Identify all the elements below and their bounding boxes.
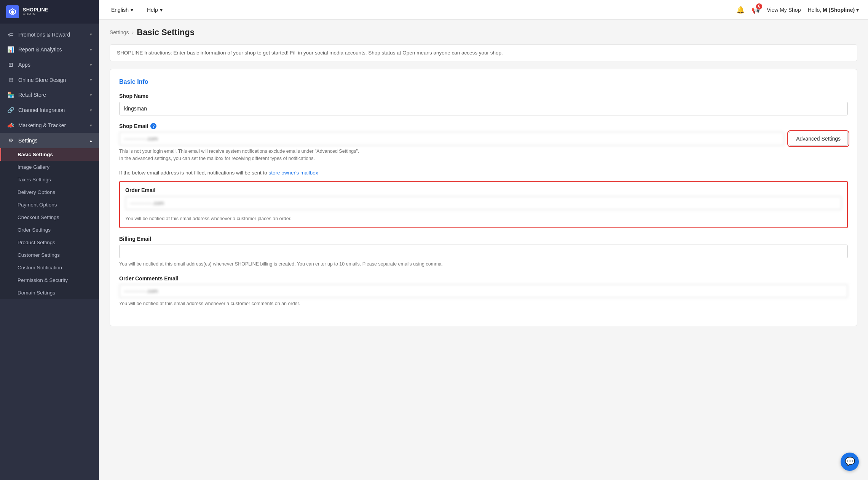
notification-section: If the below email address is not filled… xyxy=(119,170,848,307)
logo-name: SHOPLINE xyxy=(23,7,48,13)
billing-email-input[interactable] xyxy=(119,245,848,258)
sidebar-item-apps[interactable]: ⊞ Apps ▾ xyxy=(0,57,99,72)
order-email-input[interactable] xyxy=(125,196,842,210)
shop-email-row: Advanced Settings xyxy=(119,132,848,146)
sub-nav-checkout-settings[interactable]: Checkout Settings xyxy=(0,211,99,224)
sidebar-item-promotions[interactable]: 🏷 Promotions & Reward ▾ xyxy=(0,27,99,42)
sub-nav-label: Customer Settings xyxy=(18,252,60,258)
sidebar-item-label: Apps xyxy=(18,62,30,68)
sub-nav-label: Taxes Settings xyxy=(18,177,51,182)
sidebar-item-channel[interactable]: 🔗 Channel Integration ▾ xyxy=(0,102,99,118)
breadcrumb-separator: › xyxy=(132,29,134,35)
sidebar-item-online-store[interactable]: 🖥 Online Store Design ▾ xyxy=(0,72,99,87)
sub-nav-payment-options[interactable]: Payment Options xyxy=(0,198,99,211)
language-selector[interactable]: English ▾ xyxy=(108,5,136,15)
help-label: Help xyxy=(147,7,158,13)
order-comments-field-group: Order Comments Email You will be notifie… xyxy=(119,275,848,307)
sub-nav-basic-settings[interactable]: Basic Settings xyxy=(0,148,99,161)
sidebar-item-retail-store[interactable]: 🏪 Retail Store ▾ xyxy=(0,87,99,102)
sub-nav-delivery-options[interactable]: Delivery Options xyxy=(0,186,99,198)
megaphone-icon[interactable]: 📢 6 xyxy=(752,6,760,14)
sub-nav-label: Product Settings xyxy=(18,240,55,245)
language-chevron-icon: ▾ xyxy=(131,7,133,13)
shop-email-hint: This is not your login email. This email… xyxy=(119,148,848,162)
notif-hint: If the below email address is not filled… xyxy=(119,170,848,176)
info-banner: SHOPLINE Instructions: Enter basic infor… xyxy=(110,44,857,61)
sidebar-item-report[interactable]: 📊 Report & Analytics ▾ xyxy=(0,42,99,57)
breadcrumb-parent[interactable]: Settings xyxy=(110,29,129,35)
sidebar: SHOPLINE ADMIN 🏷 Promotions & Reward ▾ 📊… xyxy=(0,0,99,480)
chevron-down-icon: ▾ xyxy=(90,93,92,98)
user-menu[interactable]: Hello, M (Shopline) ▾ xyxy=(807,7,859,13)
chevron-down-icon: ▾ xyxy=(90,62,92,67)
sidebar-item-marketing[interactable]: 📣 Marketing & Tracker ▾ xyxy=(0,118,99,133)
chevron-down-icon: ▾ xyxy=(90,47,92,52)
shop-email-help-icon[interactable]: ? xyxy=(150,123,156,129)
sidebar-item-label: Settings xyxy=(18,138,38,144)
order-comments-hint: You will be notified at this email addre… xyxy=(119,300,848,307)
sub-nav-image-gallery[interactable]: Image Gallery xyxy=(0,161,99,173)
chevron-down-icon: ▾ xyxy=(90,108,92,113)
online-store-icon: 🖥 xyxy=(7,77,14,83)
topbar-right: 🔔 📢 6 View My Shop Hello, M (Shopline) ▾ xyxy=(736,6,859,14)
breadcrumb: Settings › Basic Settings xyxy=(110,27,857,37)
sub-nav-label: Order Settings xyxy=(18,227,51,233)
breadcrumb-current: Basic Settings xyxy=(137,27,195,37)
topbar-left: English ▾ Help ▾ xyxy=(108,5,166,15)
help-menu[interactable]: Help ▾ xyxy=(144,5,166,15)
sub-nav-product-settings[interactable]: Product Settings xyxy=(0,236,99,249)
shop-name-field-group: Shop Name xyxy=(119,93,848,115)
logo-icon xyxy=(6,5,19,18)
chevron-down-icon: ▾ xyxy=(90,32,92,37)
sidebar-nav: 🏷 Promotions & Reward ▾ 📊 Report & Analy… xyxy=(0,24,99,480)
marketing-icon: 📣 xyxy=(7,122,14,129)
sub-nav-order-settings[interactable]: Order Settings xyxy=(0,224,99,236)
info-banner-text: SHOPLINE Instructions: Enter basic infor… xyxy=(117,50,503,56)
svg-marker-1 xyxy=(11,10,14,14)
advanced-settings-button[interactable]: Advanced Settings xyxy=(789,132,848,146)
sub-nav-label: Permission & Security xyxy=(18,277,68,283)
sidebar-item-settings[interactable]: ⚙ Settings ▴ xyxy=(0,133,99,148)
order-email-label: Order Email xyxy=(125,187,842,193)
chat-button[interactable]: 💬 xyxy=(841,453,859,471)
report-icon: 📊 xyxy=(7,46,14,53)
order-comments-input[interactable] xyxy=(119,284,848,298)
sub-nav-taxes-settings[interactable]: Taxes Settings xyxy=(0,173,99,186)
retail-store-icon: 🏪 xyxy=(7,91,14,98)
view-shop-link[interactable]: View My Shop xyxy=(767,7,801,13)
sidebar-logo: SHOPLINE ADMIN xyxy=(0,0,99,24)
sub-nav-permission-security[interactable]: Permission & Security xyxy=(0,274,99,286)
notification-bell-icon[interactable]: 🔔 xyxy=(736,6,745,14)
logo-sub: ADMIN xyxy=(23,13,48,16)
settings-submenu: Basic Settings Image Gallery Taxes Setti… xyxy=(0,148,99,299)
chevron-up-icon: ▴ xyxy=(90,138,92,143)
sidebar-item-label: Marketing & Tracker xyxy=(18,122,66,128)
user-name: M (Shopline) xyxy=(823,7,855,13)
shop-name-input[interactable] xyxy=(119,102,848,115)
order-email-box: Order Email You will be notified at this… xyxy=(119,181,848,229)
promotions-icon: 🏷 xyxy=(7,31,14,38)
language-label: English xyxy=(111,7,129,13)
shop-email-field-group: Shop Email ? Advanced Settings This is n… xyxy=(119,123,848,162)
user-chevron-icon: ▾ xyxy=(856,7,859,13)
sub-nav-label: Image Gallery xyxy=(18,164,49,170)
sidebar-item-label: Channel Integration xyxy=(18,107,65,113)
settings-icon: ⚙ xyxy=(7,137,14,144)
sub-nav-label: Payment Options xyxy=(18,202,57,208)
section-title: Basic Info xyxy=(119,78,848,85)
sub-nav-customer-settings[interactable]: Customer Settings xyxy=(0,249,99,261)
sub-nav-label: Basic Settings xyxy=(18,152,53,157)
shop-name-label: Shop Name xyxy=(119,93,848,99)
help-chevron-icon: ▾ xyxy=(160,7,163,13)
sub-nav-label: Custom Notification xyxy=(18,265,62,270)
billing-email-field-group: Billing Email You will be notified at th… xyxy=(119,236,848,268)
shop-email-input[interactable] xyxy=(119,132,784,146)
sub-nav-custom-notification[interactable]: Custom Notification xyxy=(0,261,99,274)
hello-text: Hello, xyxy=(807,7,821,13)
main-wrapper: English ▾ Help ▾ 🔔 📢 6 View My Shop Hell… xyxy=(99,0,868,480)
content-area: Settings › Basic Settings SHOPLINE Instr… xyxy=(99,20,868,480)
sub-nav-label: Delivery Options xyxy=(18,189,55,195)
sub-nav-label: Domain Settings xyxy=(18,290,55,296)
sub-nav-domain-settings[interactable]: Domain Settings xyxy=(0,286,99,299)
store-owners-mailbox-link[interactable]: store owner's mailbox xyxy=(268,170,318,176)
